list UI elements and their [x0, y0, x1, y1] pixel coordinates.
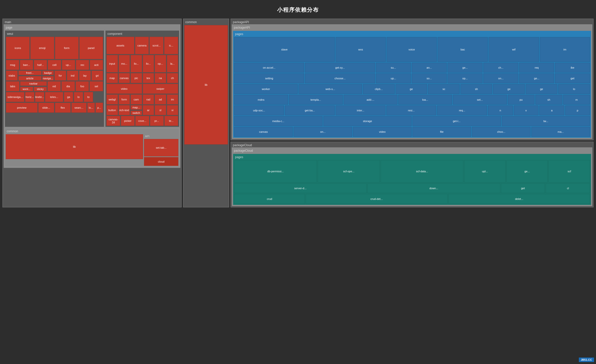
weui-linebr: linebr...: [35, 92, 44, 102]
pkg-im: im: [540, 37, 590, 62]
pkg-ma: ma...: [531, 127, 590, 137]
comp-pr: pr...: [150, 116, 164, 126]
pkg-mediac: media-c...: [234, 116, 323, 126]
page-section: page weui icons emoji form panel msg: [4, 24, 180, 168]
pkg-ge4: ge: [493, 84, 525, 94]
packageapi-inner: packageAPI pages slave wxs voice bac wif…: [232, 24, 592, 139]
pkg-sh: sh: [460, 84, 492, 94]
weui-badge: badge: [42, 71, 54, 75]
weui-up: up...: [62, 60, 75, 70]
pkg-worker: worker: [234, 84, 298, 94]
cloud-down: down...: [367, 183, 500, 193]
pkg-op: op...: [447, 73, 483, 83]
weui-sidenaviga: sidenaviga...: [6, 92, 24, 102]
comp-tex: tex: [143, 73, 154, 83]
pkg-ge5: ge: [526, 84, 557, 94]
weui-vtabs: vtabs: [6, 71, 18, 81]
pkg-get: get: [555, 73, 590, 83]
weui-lo2: lo...: [87, 103, 95, 113]
comp-map2: map...: [131, 105, 142, 110]
page-common-section: common lib API set-tab... cloud: [5, 128, 179, 167]
weui-flex: flex: [55, 103, 71, 113]
pkg-getsy: get-sy...: [305, 63, 375, 73]
packagecloud-outer: packageCloud packageCloud pages db-permi…: [231, 142, 594, 207]
weui-vid: vid: [48, 81, 61, 91]
comp-rich-text: rich-text: [119, 105, 130, 115]
packagecloud-outer-label: packageCloud: [232, 143, 592, 147]
pkg-tw: tw...: [502, 116, 590, 126]
weui-horiz: horiz...: [25, 92, 34, 102]
comp-ch: ch: [167, 73, 178, 83]
pkg-inter: inter...: [336, 105, 386, 115]
weui-msg: msg: [6, 60, 19, 70]
pkg-req: req: [519, 63, 554, 73]
weui-emoji: emoji: [30, 37, 54, 59]
pkg-p: p: [565, 105, 590, 115]
weui-wxnl: wxnl...: [20, 87, 33, 91]
pkg-file: file: [412, 127, 471, 137]
comp-ar: ar: [143, 105, 154, 115]
pkg-getl: get-l...: [412, 116, 501, 126]
page-label: page: [5, 25, 179, 30]
pkg-ge3: ge: [396, 84, 427, 94]
pkg-sc: sc: [428, 84, 460, 94]
comp-button: button: [106, 105, 118, 115]
component-section: component assets camera scrol... ic... i…: [105, 30, 179, 127]
weui-naviga: naviga...: [42, 76, 54, 81]
pkg-lo: lo: [558, 84, 590, 94]
page-common-label: common: [6, 129, 178, 134]
cloud-db: db-permissi...: [234, 160, 317, 182]
pkg-wif: wif: [489, 37, 539, 62]
weui-to: to: [84, 92, 93, 102]
pkg-clipb: clipb...: [363, 84, 395, 94]
pkg-resi: resi...: [386, 105, 436, 115]
pkg-add: add-...: [344, 95, 397, 105]
comp-switch: switch: [131, 111, 142, 115]
weui-foo: foo: [76, 81, 89, 91]
weui-lo: lo: [74, 92, 83, 102]
cloud-scfope: scf-ope...: [318, 160, 380, 182]
weui-label: weui: [6, 32, 103, 36]
comp-pic: pic: [131, 73, 142, 83]
pkg-ibe: ibe: [555, 63, 590, 73]
pkg-wxs: wxs: [336, 37, 386, 62]
weui-icons: icons: [6, 37, 30, 59]
jb51-badge: JB51.CC: [579, 358, 594, 362]
comp-cove: cove...: [135, 116, 149, 126]
pkg-so: so...: [412, 73, 447, 83]
pkg-ch: ch...: [483, 63, 518, 73]
cloud-scfdata: scf-data...: [381, 160, 463, 182]
packageapi-outer: packageAPI packageAPI pages slave wxs vo…: [231, 19, 594, 140]
weui-for: for: [54, 71, 66, 81]
cloud-crud: crud: [234, 194, 305, 204]
weui-preview: preview: [6, 103, 38, 113]
cloud-cruddet: crud-det...: [306, 194, 447, 204]
cloud-get: get: [501, 183, 545, 193]
pkg-v: v: [514, 105, 539, 115]
pkg-onaccel: on-accel...: [234, 63, 304, 73]
comp-video: video: [106, 84, 142, 94]
comp-scrol: scrol...: [149, 37, 163, 54]
pkg-video: video: [353, 127, 412, 137]
comp-sl: sl: [155, 105, 166, 115]
pkg-ge2: ge...: [519, 73, 554, 83]
comp-te: te...: [164, 116, 178, 126]
pkg-up: up...: [376, 73, 411, 83]
weui-sel: sel: [90, 81, 103, 91]
pkg-templa: templa...: [289, 95, 343, 105]
comp-im: im: [167, 94, 178, 104]
weui-form: form: [55, 37, 79, 59]
pkg-setting: setting: [234, 73, 304, 83]
pkg-an: an...: [412, 63, 447, 73]
page-common-gray: common lib API set-tab... cloud: [5, 128, 179, 167]
comp-na: na: [155, 73, 166, 83]
pkg-req2: req...: [437, 105, 487, 115]
weui-section: weui icons emoji form panel msg barr... …: [5, 30, 104, 127]
pkg-storage: storage: [323, 116, 412, 126]
weui-gri: gri: [92, 71, 103, 81]
weui-article: article: [18, 76, 42, 81]
pkg-getba: get-ba...: [285, 105, 335, 115]
weui-cell: cell: [48, 60, 61, 70]
packageapi-pages: pages slave wxs voice bac wif im on-acce…: [233, 31, 591, 138]
comp-rad: rad: [143, 94, 154, 104]
